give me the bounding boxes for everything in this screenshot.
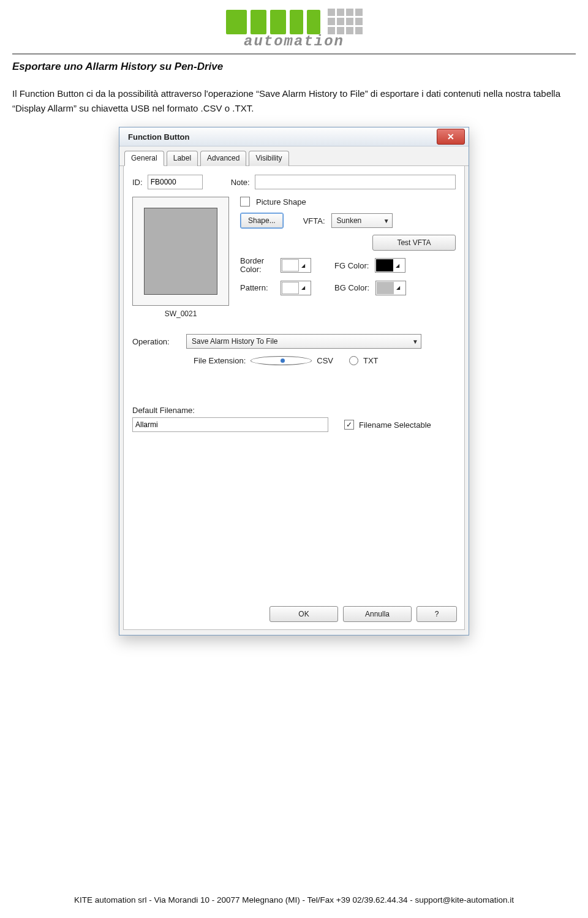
- bg-color-picker[interactable]: ◢: [375, 281, 406, 295]
- dialog-footer-buttons: OK Annulla ?: [270, 606, 457, 622]
- ext-csv-label: CSV: [317, 356, 333, 365]
- logo: automation: [12, 9, 576, 50]
- page-title: Esportare uno Allarm History su Pen-Driv…: [12, 61, 576, 73]
- operation-select[interactable]: Save Alarm History To File▼: [186, 334, 421, 349]
- id-label: ID:: [132, 178, 143, 187]
- pattern-picker[interactable]: ◢: [281, 281, 311, 295]
- filename-selectable-label: Filename Selectable: [359, 420, 431, 430]
- fg-color-label: FG Color:: [334, 261, 369, 270]
- note-label: Note:: [231, 178, 250, 187]
- dialog-title: Function Button: [128, 132, 189, 142]
- default-filename-input[interactable]: [132, 417, 328, 432]
- tab-visibility[interactable]: Visibility: [249, 151, 288, 166]
- intro-paragraph: Il Function Button ci da la possibilità …: [12, 86, 576, 116]
- ext-txt-label: TXT: [363, 356, 379, 365]
- note-input[interactable]: [255, 175, 456, 189]
- tab-general[interactable]: General: [124, 151, 164, 166]
- tab-advanced[interactable]: Advanced: [200, 151, 246, 166]
- vfta-label: VFTA:: [303, 216, 325, 226]
- ext-csv-radio[interactable]: [251, 356, 312, 365]
- operation-label: Operation:: [132, 337, 181, 346]
- shape-preview: SW_0021: [132, 197, 229, 318]
- help-button[interactable]: ?: [417, 606, 457, 622]
- titlebar: Function Button ✕: [119, 127, 469, 146]
- default-filename-label: Default Filename:: [132, 406, 456, 415]
- page-footer: KITE automation srl - Via Morandi 10 - 2…: [0, 895, 588, 905]
- vfta-select[interactable]: Sunken▼: [331, 213, 393, 228]
- shape-button[interactable]: Shape...: [240, 213, 284, 229]
- pattern-label: Pattern:: [240, 283, 274, 292]
- file-extension-label: File Extension:: [194, 356, 246, 365]
- picture-shape-checkbox[interactable]: [240, 197, 250, 207]
- tab-label[interactable]: Label: [167, 151, 198, 166]
- header-rule: [12, 53, 576, 55]
- cancel-button[interactable]: Annulla: [343, 606, 412, 622]
- border-color-picker[interactable]: ◢: [281, 258, 311, 273]
- tab-panel-general: ID: Note: SW_0021 Picture Shape: [123, 166, 465, 630]
- tabs: General Label Advanced Visibility: [119, 146, 469, 166]
- fg-color-picker[interactable]: ◢: [375, 258, 405, 273]
- test-vfta-button[interactable]: Test VFTA: [372, 235, 456, 251]
- shape-preview-label: SW_0021: [132, 309, 229, 318]
- close-button[interactable]: ✕: [437, 129, 465, 145]
- border-color-label: Border Color:: [240, 257, 274, 275]
- id-input[interactable]: [148, 175, 203, 189]
- function-button-dialog: Function Button ✕ General Label Advanced…: [119, 127, 469, 635]
- filename-selectable-checkbox[interactable]: ✓: [344, 420, 354, 430]
- ext-txt-radio[interactable]: [349, 356, 358, 365]
- bg-color-label: BG Color:: [334, 283, 369, 292]
- ok-button[interactable]: OK: [270, 606, 338, 622]
- picture-shape-label: Picture Shape: [256, 197, 306, 207]
